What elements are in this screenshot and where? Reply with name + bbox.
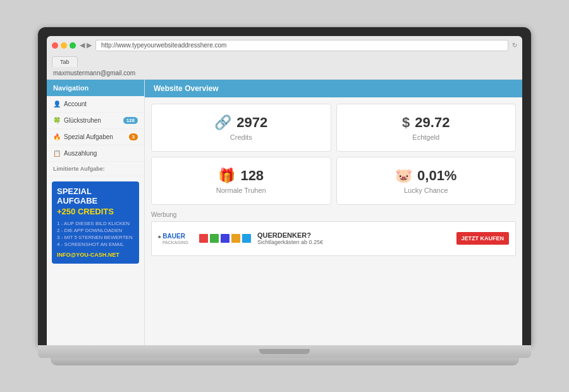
ad-list-item-1: 1 - AUF DIESES BILD KLICKEN [57,220,134,227]
sidebar-ad-email: INFO@YOU-CASH.NET [57,251,134,259]
minimize-button-icon[interactable] [61,42,67,49]
forward-arrow-icon[interactable]: ▶ [87,41,92,49]
ad-title: QUERDENKER? [257,231,450,239]
browser-nav-icons: ◀ ▶ [80,41,92,49]
laptop-base [38,345,531,358]
ad-cta-button[interactable]: JETZT KAUFEN [456,232,510,245]
ad-box-orange [231,234,240,243]
truhen-label: Normale Truhen [216,187,266,194]
laptop-notch [259,349,310,354]
gluckstruhen-icon: 🍀 [53,117,61,124]
stat-card-truhen: 🎁 128 Normale Truhen [151,157,331,205]
back-arrow-icon[interactable]: ◀ [80,41,85,49]
money-icon: $ [402,114,410,131]
ad-box-red [199,234,208,243]
laptop-foot [51,358,519,365]
content-header: Website Overview [145,80,522,97]
stat-card-echtgeld: $ 29.72 Echtgeld [336,104,517,152]
echtgeld-value: 29.72 [415,114,450,131]
truhen-value: 128 [240,168,264,184]
sidebar-header: Navigation [47,80,144,96]
stat-card-lucky: 🐷 0,01% Lucky Chance [336,157,517,205]
ad-logo: ■ BAUER [158,232,193,240]
address-bar[interactable]: http://www.typeyourwebsiteaddresshere.co… [95,40,508,51]
echtgeld-label: Echtgeld [412,133,439,141]
gluckstruhen-badge: 128 [123,117,138,124]
ad-box-green [210,234,219,243]
ad-subtitle: Sichtlagerkästen ab 0.25€ [257,239,450,245]
lucky-icon: 🐷 [395,168,412,184]
credits-label: Credits [230,133,252,141]
ad-boxes [199,234,251,243]
close-button-icon[interactable] [52,42,58,49]
sidebar-ad-title: SPEZIAL [57,187,134,197]
stat-card-credits: 🔗 2972 Credits [151,104,331,152]
browser-tab-bar: Tab [52,54,517,67]
ad-brand-sub: PACKAGING [162,240,188,245]
stats-grid: 🔗 2972 Credits $ 29.72 [151,104,516,205]
user-email: maxmustermann@gmail.com [53,70,135,77]
ad-brand: ■ BAUER PACKAGING [158,232,193,244]
main-content-area: Website Overview 🔗 2972 Credits [145,80,522,345]
werbung-label: Werbung [151,211,516,218]
spezial-badge: 3 [129,133,138,140]
auszahlung-icon: 📋 [53,150,61,157]
account-icon: 👤 [53,101,61,107]
traffic-lights [52,42,76,49]
truhen-icon: 🎁 [218,168,235,184]
main-layout: Navigation 👤 Account 🍀 Glückstruhen [47,80,522,345]
ad-banner[interactable]: ■ BAUER PACKAGING [151,221,516,256]
maximize-button-icon[interactable] [70,42,76,49]
laptop-screen: ◀ ▶ http://www.typeyourwebsiteaddressher… [38,27,531,345]
browser-tab[interactable]: Tab [52,56,78,67]
credits-value: 2972 [236,114,267,131]
content-body: 🔗 2972 Credits $ 29.72 [145,97,522,262]
credits-icon: 🔗 [214,114,231,131]
sidebar-item-gluckstruhen[interactable]: 🍀 Glückstruhen 128 [47,113,144,129]
sidebar-item-auszahlung[interactable]: 📋 Auszahlung [47,145,144,162]
sidebar-ad-highlight: +250 CREDITS [57,206,134,217]
refresh-icon[interactable]: ↻ [512,42,517,49]
ad-list-item-3: 3 - MIT 5 STERNEN BEWERTEN [57,234,134,241]
ad-list-item-2: 2 - DIE APP DOWNLOADEN [57,227,134,234]
ad-text: QUERDENKER? Sichtlagerkästen ab 0.25€ [257,231,450,245]
sidebar-ad-list: 1 - AUF DIESES BILD KLICKEN 2 - DIE APP … [57,220,134,248]
sidebar-item-account[interactable]: 👤 Account [47,96,144,113]
sidebar-item-spezial[interactable]: 🔥 Spezial Aufgaben 3 [47,129,144,145]
url-text: http://www.typeyourwebsiteaddresshere.co… [101,42,226,49]
browser-chrome: ◀ ▶ http://www.typeyourwebsiteaddressher… [47,36,522,67]
browser-content: maxmustermann@gmail.com Navigation 👤 Acc… [47,67,522,345]
werbung-section: Werbung ■ BAUER PACKAGING [151,211,516,256]
ad-box-cyan [242,234,251,243]
spezial-icon: 🔥 [53,133,61,140]
sidebar-section-label: Limitierte Aufgabe: [47,162,144,176]
lucky-label: Lucky Chance [404,187,448,194]
top-bar-email: maxmustermann@gmail.com [47,67,522,80]
ad-box-blue [221,234,229,243]
sidebar-ad-title2: AUFGABE [57,196,134,206]
ad-list-item-4: 4 - SCREENSHOT AN EMAIL [57,241,134,248]
sidebar: Navigation 👤 Account 🍀 Glückstruhen [47,80,145,345]
laptop-wrapper: ◀ ▶ http://www.typeyourwebsiteaddressher… [38,27,531,365]
browser-top-bar: ◀ ▶ http://www.typeyourwebsiteaddressher… [52,40,517,51]
sidebar-ad[interactable]: SPEZIAL AUFGABE +250 CREDITS 1 - AUF DIE… [52,181,139,264]
lucky-value: 0,01% [417,168,456,184]
